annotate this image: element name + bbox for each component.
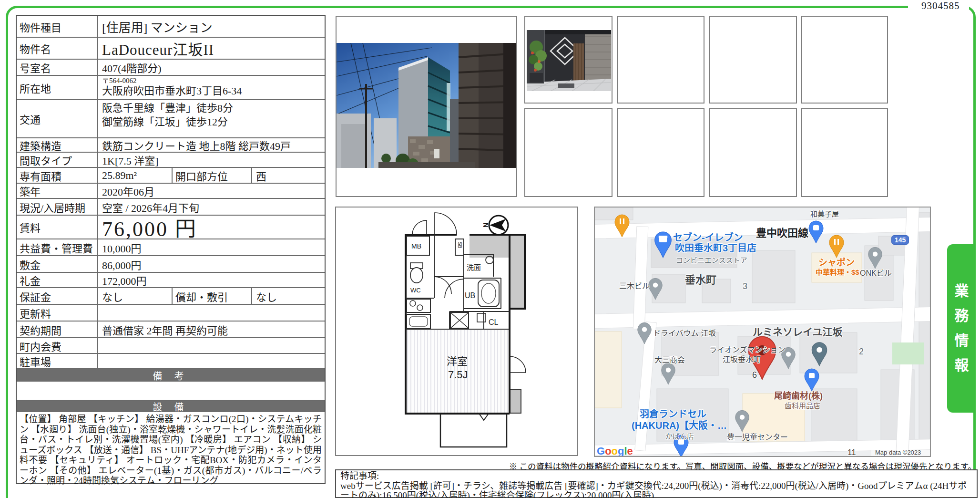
- row-value: 鉄筋コンクリート造 地上8階 総戸数49戸: [98, 138, 325, 152]
- table-row: 共益費・管理費 10,000円: [17, 239, 325, 256]
- photo-box-empty: [801, 108, 888, 197]
- row-label: 築年: [17, 184, 98, 198]
- table-row-deposit: 保証金 なし 償却・敷引 なし: [17, 288, 325, 305]
- map-label-block-2: 2: [859, 347, 864, 356]
- table-row-access: 交通 阪急千里線「豊津」徒歩8分 御堂筋線「江坂」徒歩12分: [17, 100, 325, 138]
- row-sublabel: 開口部方位: [172, 168, 251, 183]
- map-label-toyoichi: 豊一児童センター: [727, 433, 788, 441]
- google-logo: Google: [597, 445, 633, 457]
- location-map: 和菓子屋 セブン-イレブン 吹田垂水町3丁目店 コンビニエンスストア 豊中吹田線…: [594, 207, 931, 457]
- row-label: 建築構造: [17, 138, 98, 152]
- row-value: 10,000円: [98, 239, 325, 255]
- row-label: 間取タイプ: [17, 153, 98, 167]
- map-label-ozaki-desc: 歯科用品店: [785, 402, 820, 410]
- floorplan-drawing: MB SB 洗面 WC UB CL: [336, 208, 577, 455]
- special-notes-body: webサービス広告掲載 [許可]・チラシ、雑誌等掲載広告 [要確認]・カギ鍵交換…: [340, 481, 972, 498]
- table-row-rent: 賃料 76,000 円: [17, 216, 325, 239]
- floorplan-box: MB SB 洗面 WC UB CL: [335, 207, 578, 456]
- label-wc: WC: [410, 287, 421, 294]
- map-label-lumine: ルミネソレイユ江坂: [753, 327, 843, 338]
- special-notes-title: 特記事項:: [340, 471, 972, 481]
- row-value: 86,000円: [98, 256, 325, 272]
- photo-box-exterior: [336, 16, 517, 197]
- map-label-road-name: 豊中吹田線: [756, 228, 808, 239]
- table-row: 築年 2020年06月: [17, 184, 325, 199]
- label-wash: 洗面: [467, 263, 481, 271]
- photo-box-empty: [617, 108, 704, 197]
- row-value: 172,000円: [98, 273, 325, 287]
- map-label-chapon-desc: 中華料理・$$: [816, 269, 859, 276]
- row-label: 号室名: [17, 60, 98, 75]
- postal-code: 〒564-0062: [102, 77, 137, 85]
- side-tab-business-info: 業務情報: [947, 244, 973, 413]
- map-scale-11: 11: [847, 448, 856, 457]
- equipment-header-bar: 設 備: [17, 401, 325, 412]
- special-notes-box: 特記事項: webサービス広告掲載 [許可]・チラシ、雑誌等掲載広告 [要確認]…: [335, 469, 978, 498]
- table-row: 号室名 407(4階部分): [17, 60, 325, 76]
- map-label-lions-1: ライオンズマンション: [709, 346, 786, 354]
- row-value: 普通借家 2年間 再契約可能: [98, 322, 325, 337]
- row-label: 共益費・管理費: [17, 239, 98, 255]
- map-label-block-3: 3: [743, 282, 747, 291]
- row-label: 物件名: [17, 38, 98, 59]
- row-label: 礼金: [17, 273, 98, 287]
- photo-box-empty: [524, 108, 612, 197]
- photo-box-empty: [801, 16, 888, 104]
- photo-box-empty: [709, 108, 797, 197]
- remarks-empty-row: [17, 382, 325, 401]
- map-label-tarumicho: 垂水町: [685, 274, 716, 286]
- photo-box-entrance: [524, 16, 612, 104]
- row-label: 所在地: [17, 76, 98, 99]
- label-room: 洋室: [447, 355, 468, 367]
- row-label: 交通: [17, 100, 98, 137]
- row-value: [98, 305, 325, 321]
- equipment-text: 【位置】 角部屋 【キッチン】 給湯器・ガスコンロ(2口)・システムキッチン 【…: [17, 412, 325, 484]
- label-cl: CL: [489, 318, 499, 326]
- map-route-badge-145: 145: [891, 235, 909, 245]
- property-sheet: 9304585 物件種目 [住居用] マンション 物件名 LaDouceur江坂…: [0, 0, 980, 498]
- row-value: 2020年06月: [98, 184, 325, 198]
- side-tab-label: 業務情報: [950, 275, 971, 383]
- table-row: 礼金 172,000円: [17, 273, 325, 288]
- row-value: 407(4階部分): [98, 60, 325, 75]
- rent-value: 76,000 円: [98, 216, 325, 239]
- address-text: 大阪府吹田市垂水町3丁目6-34: [102, 85, 242, 97]
- row-label: 専有面積: [17, 168, 98, 183]
- row-label: 現況/入居時期: [17, 199, 98, 215]
- map-label-onk: ONKビル: [860, 269, 892, 277]
- row-value: 〒564-0062 大阪府吹田市垂水町3丁目6-34: [98, 76, 325, 99]
- map-label-hakura-desc: かばん店: [665, 433, 694, 440]
- map-label-seven-2: 吹田垂水町3丁目店: [675, 243, 756, 254]
- table-row: 駐車場: [17, 354, 325, 369]
- row-subvalue: なし: [251, 288, 325, 304]
- remarks-header-bar: 備 考: [17, 369, 325, 382]
- building-exterior-photo: [337, 43, 516, 168]
- row-value: 1K[7.5 洋室]: [98, 153, 325, 167]
- map-label-daisan: 大三商会: [654, 356, 685, 364]
- map-label-wagashiya: 和菓子屋: [810, 210, 839, 218]
- label-sb: SB: [457, 242, 462, 249]
- table-row: 間取タイプ 1K[7.5 洋室]: [17, 153, 325, 168]
- table-row: 契約期間 普通借家 2年間 再契約可能: [17, 322, 325, 338]
- access-line-2: 御堂筋線「江坂」徒歩12分: [102, 115, 228, 129]
- row-label: 駐車場: [17, 354, 98, 368]
- row-subvalue: 西: [251, 168, 325, 183]
- compass-north: N: [482, 223, 490, 228]
- access-line-1: 阪急千里線「豊津」徒歩8分: [102, 101, 233, 115]
- row-value: なし: [98, 288, 172, 304]
- table-row: 建築構造 鉄筋コンクリート造 地上8階 総戸数49戸: [17, 138, 325, 153]
- row-label: 保証金: [17, 288, 98, 304]
- table-row: 物件種目 [住居用] マンション: [17, 16, 325, 38]
- row-label: 契約期間: [17, 322, 98, 337]
- map-label-lions-2: 江坂垂水町: [723, 355, 761, 363]
- map-label-hakura-2: (HAKURA)【大阪・…: [632, 421, 727, 431]
- row-value: 阪急千里線「豊津」徒歩8分 御堂筋線「江坂」徒歩12分: [98, 100, 325, 137]
- photo-box-empty: [709, 16, 797, 104]
- label-room-size: 7.5J: [448, 369, 468, 381]
- table-row-area: 専有面積 25.89m² 開口部方位 西: [17, 168, 325, 184]
- map-label-hakura-1: 羽倉ランドセル: [640, 409, 706, 420]
- row-label: 町内会費: [17, 338, 98, 353]
- map-label-ozaki: 尾崎歯材(株): [774, 392, 823, 401]
- label-ub: UB: [465, 291, 475, 300]
- table-row: 物件名 LaDouceur江坂II: [17, 38, 325, 60]
